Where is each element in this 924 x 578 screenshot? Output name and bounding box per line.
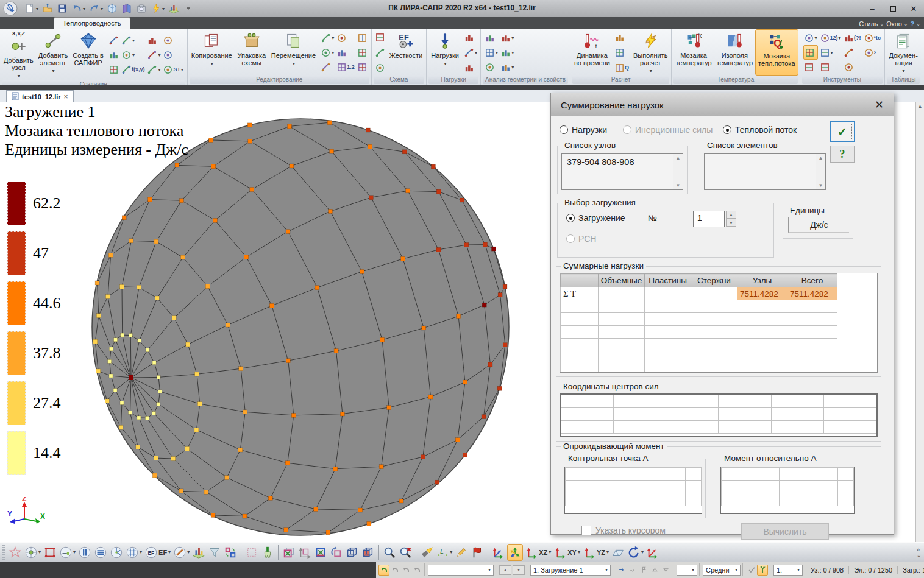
undo-1-icon[interactable] xyxy=(389,565,400,576)
building-icon[interactable] xyxy=(108,62,119,77)
mesh-node[interactable] xyxy=(154,456,158,460)
sum-cell[interactable] xyxy=(691,300,737,313)
sum-cell[interactable] xyxy=(737,339,787,351)
table-cell[interactable] xyxy=(566,493,625,506)
diagram-button[interactable] xyxy=(167,1,180,16)
select-loaded-button[interactable] xyxy=(191,544,206,561)
mesh-node[interactable] xyxy=(93,339,98,344)
sum-cell[interactable] xyxy=(737,326,787,339)
sum-cell[interactable] xyxy=(561,339,599,351)
sum-cell[interactable] xyxy=(737,300,787,313)
cursor-checkbox[interactable]: Указать курсором xyxy=(581,526,666,535)
table-cell[interactable] xyxy=(719,408,771,421)
mesh-node[interactable] xyxy=(238,448,243,452)
reorder-icon[interactable] xyxy=(463,30,478,44)
open-file-button[interactable] xyxy=(41,1,54,16)
zoom-in-button[interactable] xyxy=(382,544,397,561)
mesh-node[interactable] xyxy=(171,457,176,461)
select-elements-button[interactable]: ▾ xyxy=(59,544,76,561)
table-cell[interactable] xyxy=(566,481,625,493)
dialog-close-icon[interactable]: ✕ xyxy=(875,98,884,111)
pin-icon[interactable] xyxy=(616,565,627,576)
mesh-node[interactable] xyxy=(129,334,132,337)
table-cell[interactable] xyxy=(837,481,853,493)
qmarks-icon[interactable]: {?! xyxy=(843,30,862,45)
table-cell[interactable] xyxy=(771,408,823,421)
mesh-node[interactable] xyxy=(172,316,176,320)
select-horizontal-elements-button[interactable] xyxy=(93,544,108,561)
mesh-plate-icon[interactable]: ▾ xyxy=(146,48,161,62)
table-cell[interactable] xyxy=(561,395,614,408)
mesh-node[interactable] xyxy=(179,199,183,203)
radio-heat-flow[interactable]: Тепловой поток xyxy=(723,125,797,135)
mesh-node[interactable] xyxy=(247,123,252,127)
view-xy-button[interactable]: XY▾ xyxy=(553,544,581,561)
sum-cell[interactable] xyxy=(645,339,691,351)
sum-cell[interactable] xyxy=(691,287,737,300)
sum-cell[interactable] xyxy=(787,351,837,364)
mesh-node[interactable] xyxy=(239,367,243,371)
mesh-node[interactable] xyxy=(368,144,372,149)
mesh-node[interactable] xyxy=(106,295,110,299)
table-row[interactable] xyxy=(561,395,876,408)
undo-3-icon[interactable] xyxy=(411,565,422,576)
table-cell[interactable] xyxy=(771,395,823,408)
select-vertical-elements-button[interactable] xyxy=(77,544,92,561)
poly-select-button[interactable] xyxy=(8,544,23,561)
mesh-node[interactable] xyxy=(136,445,140,449)
mesh-node[interactable] xyxy=(464,243,469,247)
table-cell[interactable] xyxy=(614,395,666,408)
mesh-node[interactable] xyxy=(492,247,496,251)
mesh-node[interactable] xyxy=(488,362,492,367)
average-combo[interactable]: Средни▾ xyxy=(703,565,741,576)
sum-cell[interactable] xyxy=(561,351,599,364)
mesh-node[interactable] xyxy=(329,209,333,213)
mesh-node[interactable] xyxy=(211,513,215,517)
undo-2-icon[interactable] xyxy=(400,565,411,576)
move-3d-icon[interactable]: ▾ xyxy=(121,48,146,62)
next-load-icon[interactable]: ▼ xyxy=(513,565,525,575)
mesh-node[interactable] xyxy=(366,128,370,132)
fragmentation-button[interactable] xyxy=(282,544,296,561)
sum-table-row[interactable] xyxy=(561,300,877,313)
mesh-node[interactable] xyxy=(95,281,99,285)
minimize-button[interactable]: – xyxy=(862,2,883,15)
renumber-icon[interactable]: 1.2 xyxy=(336,60,355,74)
mesh-node[interactable] xyxy=(330,149,334,153)
mesh-node[interactable] xyxy=(157,403,160,406)
ii-bars-icon[interactable] xyxy=(484,60,499,74)
document-tab[interactable]: test10_12.lir × xyxy=(6,90,74,102)
select-radial-button[interactable] xyxy=(109,544,124,561)
sum-cell[interactable] xyxy=(787,300,837,313)
check-flag-button[interactable] xyxy=(470,544,485,561)
table-cell[interactable] xyxy=(685,493,701,506)
nodes-list-scrollbar[interactable]: ▲▼ xyxy=(673,154,683,189)
table-cell[interactable] xyxy=(719,395,771,408)
table-row[interactable] xyxy=(722,481,854,493)
invert-selection-button[interactable] xyxy=(223,544,238,561)
q-step-icon[interactable]: Q xyxy=(614,60,630,75)
palette-cycle-icon[interactable] xyxy=(803,45,818,60)
arc-panel-icon[interactable] xyxy=(162,48,183,62)
mesh-node[interactable] xyxy=(334,349,338,353)
flower-icon[interactable] xyxy=(757,565,768,576)
mesh-node[interactable] xyxy=(399,499,403,503)
loads-button[interactable]: Нагрузки▾ xyxy=(428,29,462,76)
copy-prop-icon[interactable] xyxy=(336,45,355,60)
undo-button[interactable]: ▾ xyxy=(70,1,87,16)
histogram-icon[interactable]: ▾ xyxy=(819,45,842,60)
mesh-node[interactable] xyxy=(137,285,141,289)
table-cell[interactable] xyxy=(837,493,853,506)
mesh-node[interactable] xyxy=(248,139,252,143)
mesh-node[interactable] xyxy=(286,230,290,234)
table-cell[interactable] xyxy=(722,493,780,506)
mesh-node[interactable] xyxy=(387,406,391,410)
sum-cell[interactable] xyxy=(599,300,645,313)
sum-table-row[interactable] xyxy=(561,339,877,351)
fan-mini-icon[interactable] xyxy=(843,60,862,74)
scissors-icon[interactable] xyxy=(336,30,355,45)
docs-table-button[interactable]: Докумен-тация▾ xyxy=(886,29,920,76)
table-cell[interactable] xyxy=(722,481,780,493)
mesh-node[interactable] xyxy=(152,412,156,415)
mesh-node[interactable] xyxy=(463,453,467,457)
